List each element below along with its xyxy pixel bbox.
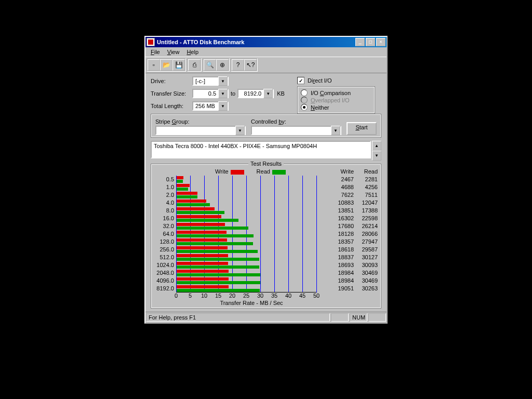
- description-text[interactable]: Toshiba Tecra 8000 - Intel 440BX - PIIX4…: [151, 141, 371, 158]
- bar-read: [177, 188, 188, 191]
- drive-label: Drive:: [151, 78, 192, 84]
- total-length-select[interactable]: 256 MB ▼: [192, 101, 229, 111]
- io-comparison-radio[interactable]: I/O Comparison: [301, 89, 371, 96]
- bar-write: [177, 246, 228, 249]
- bar-write: [177, 207, 215, 210]
- status-pane-blank2: [368, 313, 386, 322]
- x-tick: 0: [175, 292, 178, 299]
- legend-read-swatch: [272, 170, 286, 175]
- results-values: 2467228146884256762275111088312047138511…: [327, 176, 378, 306]
- stripe-group-select[interactable]: ▼: [155, 126, 246, 135]
- values-row: 76227511: [330, 191, 378, 199]
- start-button[interactable]: Start: [347, 122, 377, 135]
- chevron-down-icon[interactable]: ▼: [263, 89, 273, 98]
- print-icon[interactable]: ⎙: [188, 59, 201, 71]
- bar-write: [177, 200, 206, 203]
- bar-read: [177, 273, 260, 276]
- bar-read: [177, 242, 253, 245]
- values-row: 1385117388: [330, 207, 378, 215]
- help-icon[interactable]: ?: [232, 59, 244, 71]
- y-tick: 8192.0: [154, 285, 174, 292]
- menu-help[interactable]: Help: [183, 48, 202, 56]
- bar-read: [177, 227, 248, 230]
- y-tick: 16.0: [154, 215, 174, 222]
- neither-radio[interactable]: Neither: [301, 104, 371, 111]
- x-tick: 10: [201, 292, 207, 299]
- y-tick: 1.0: [154, 183, 174, 191]
- y-tick: 2.0: [154, 191, 174, 199]
- results-title: Test Results: [248, 161, 284, 167]
- y-tick: 512.0: [154, 254, 174, 261]
- values-row: 1898430469: [330, 269, 378, 277]
- y-tick: 4.0: [154, 199, 174, 207]
- status-numlock: NUM: [350, 313, 367, 322]
- toolbar: ▫ 📂 💾 ⎙ 🔍 ⊕ ? ↖?: [145, 57, 387, 73]
- x-tick: 45: [299, 292, 305, 299]
- bar-write: [177, 223, 225, 226]
- x-tick: 40: [285, 292, 291, 299]
- chevron-down-icon[interactable]: ▼: [218, 101, 228, 111]
- values-row: 1898430469: [330, 277, 378, 285]
- chevron-down-icon[interactable]: ▼: [218, 89, 228, 98]
- transfer-from-select[interactable]: 0.5 ▼: [192, 89, 229, 98]
- app-window: Untitled - ATTO Disk Benchmark _ □ ✕ Fil…: [144, 36, 388, 324]
- bar-write: [177, 285, 229, 288]
- bar-write: [177, 215, 221, 218]
- zoom-out-icon[interactable]: 🔍: [204, 59, 216, 71]
- values-row: 1812828066: [330, 230, 378, 238]
- x-tick: 30: [257, 292, 263, 299]
- values-row: 1861829587: [330, 246, 378, 254]
- x-tick: 25: [243, 292, 249, 299]
- bar-read: [177, 219, 238, 222]
- values-row: 1835727947: [330, 238, 378, 246]
- menu-view[interactable]: View: [164, 48, 183, 56]
- y-tick: 0.5: [154, 176, 174, 183]
- new-icon[interactable]: ▫: [148, 59, 160, 71]
- legend-write-label: Write: [215, 168, 228, 175]
- bar-read: [177, 234, 254, 237]
- y-tick: 256.0: [154, 246, 174, 254]
- radio-icon: [301, 89, 308, 96]
- bar-read: [177, 289, 260, 292]
- open-icon[interactable]: 📂: [160, 59, 172, 71]
- radio-icon: [301, 97, 308, 103]
- chart-legend: Write Read: [174, 168, 327, 175]
- chevron-down-icon[interactable]: ▼: [235, 126, 245, 135]
- radio-icon: [301, 104, 308, 111]
- bar-read: [177, 258, 259, 261]
- spin-up-icon[interactable]: ▲: [372, 141, 381, 151]
- test-results-group: Test Results Write Read Write Read: [151, 164, 381, 309]
- drive-select[interactable]: [-c-] ▼: [192, 76, 229, 86]
- maximize-button[interactable]: □: [366, 38, 375, 46]
- y-tick: 32.0: [154, 222, 174, 230]
- controlled-by-label: Controlled by:: [251, 118, 341, 125]
- values-row: 1905130263: [330, 285, 378, 292]
- transfer-to-select[interactable]: 8192.0 ▼: [237, 89, 274, 98]
- spin-down-icon[interactable]: ▼: [372, 151, 381, 161]
- whatsthis-icon[interactable]: ↖?: [244, 59, 257, 71]
- chevron-down-icon[interactable]: ▼: [331, 126, 340, 135]
- overlapped-io-radio: Overlapped I/O: [301, 97, 371, 103]
- chevron-down-icon[interactable]: ▼: [218, 76, 228, 86]
- bar-write: [177, 184, 190, 187]
- y-tick: 8.0: [154, 207, 174, 215]
- menu-bar: File View Help: [145, 47, 387, 57]
- to-label: to: [231, 90, 235, 97]
- controlled-by-select[interactable]: ▼: [251, 126, 341, 135]
- direct-io-checkbox[interactable]: ✓ Direct I/O: [297, 77, 375, 84]
- save-icon[interactable]: 💾: [172, 59, 185, 71]
- chart-plot-area: [176, 176, 316, 292]
- checkbox-icon: ✓: [297, 77, 304, 84]
- bar-write: [177, 192, 197, 195]
- write-column-header: Write: [330, 168, 354, 175]
- chart-x-axis-label: Transfer Rate - MB / Sec: [176, 300, 327, 306]
- total-length-label: Total Length:: [151, 103, 192, 109]
- chart-y-labels: 0.51.02.04.08.016.032.064.0128.0256.0512…: [154, 176, 176, 306]
- menu-file[interactable]: File: [148, 48, 163, 56]
- minimize-button[interactable]: _: [355, 38, 365, 46]
- zoom-in-icon[interactable]: ⊕: [216, 59, 229, 71]
- kb-label: KB: [277, 90, 285, 97]
- close-button[interactable]: ✕: [376, 38, 385, 46]
- bar-write: [177, 176, 183, 179]
- title-bar[interactable]: Untitled - ATTO Disk Benchmark _ □ ✕: [145, 37, 387, 47]
